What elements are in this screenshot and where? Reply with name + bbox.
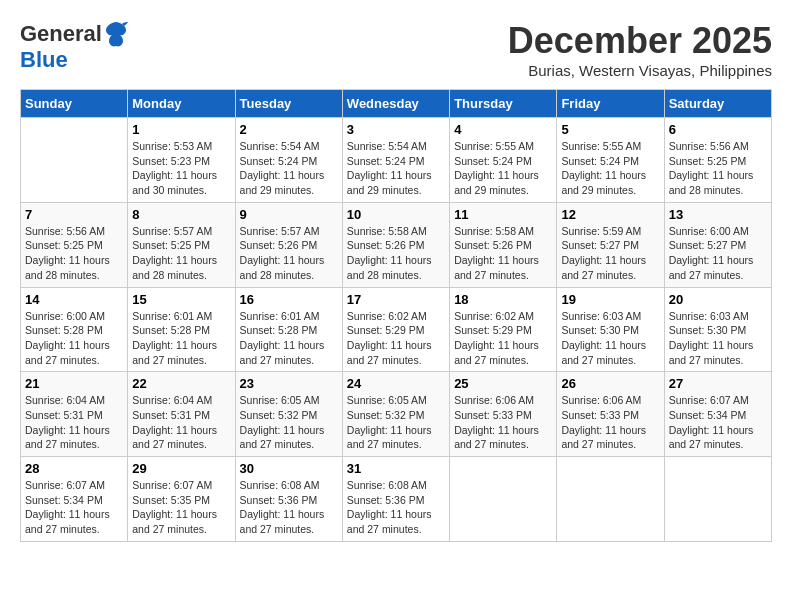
day-number: 17 (347, 292, 445, 307)
calendar-cell: 6Sunrise: 5:56 AM Sunset: 5:25 PM Daylig… (664, 118, 771, 203)
day-header-sunday: Sunday (21, 90, 128, 118)
day-number: 6 (669, 122, 767, 137)
day-header-tuesday: Tuesday (235, 90, 342, 118)
calendar-cell: 17Sunrise: 6:02 AM Sunset: 5:29 PM Dayli… (342, 287, 449, 372)
day-info: Sunrise: 5:59 AM Sunset: 5:27 PM Dayligh… (561, 224, 659, 283)
day-info: Sunrise: 6:01 AM Sunset: 5:28 PM Dayligh… (132, 309, 230, 368)
logo-bird-icon (104, 20, 128, 48)
day-number: 29 (132, 461, 230, 476)
day-number: 1 (132, 122, 230, 137)
month-title: December 2025 (508, 20, 772, 62)
day-number: 27 (669, 376, 767, 391)
calendar-cell: 13Sunrise: 6:00 AM Sunset: 5:27 PM Dayli… (664, 202, 771, 287)
calendar-cell: 10Sunrise: 5:58 AM Sunset: 5:26 PM Dayli… (342, 202, 449, 287)
calendar-cell: 18Sunrise: 6:02 AM Sunset: 5:29 PM Dayli… (450, 287, 557, 372)
day-header-thursday: Thursday (450, 90, 557, 118)
calendar-cell: 22Sunrise: 6:04 AM Sunset: 5:31 PM Dayli… (128, 372, 235, 457)
day-info: Sunrise: 6:07 AM Sunset: 5:34 PM Dayligh… (25, 478, 123, 537)
calendar-table: SundayMondayTuesdayWednesdayThursdayFrid… (20, 89, 772, 542)
day-info: Sunrise: 6:00 AM Sunset: 5:28 PM Dayligh… (25, 309, 123, 368)
day-info: Sunrise: 6:05 AM Sunset: 5:32 PM Dayligh… (240, 393, 338, 452)
day-number: 25 (454, 376, 552, 391)
week-row-1: 1Sunrise: 5:53 AM Sunset: 5:23 PM Daylig… (21, 118, 772, 203)
calendar-cell (664, 457, 771, 542)
day-number: 12 (561, 207, 659, 222)
calendar-cell: 11Sunrise: 5:58 AM Sunset: 5:26 PM Dayli… (450, 202, 557, 287)
day-number: 8 (132, 207, 230, 222)
calendar-cell: 4Sunrise: 5:55 AM Sunset: 5:24 PM Daylig… (450, 118, 557, 203)
day-number: 11 (454, 207, 552, 222)
day-number: 13 (669, 207, 767, 222)
day-info: Sunrise: 6:06 AM Sunset: 5:33 PM Dayligh… (454, 393, 552, 452)
day-info: Sunrise: 5:58 AM Sunset: 5:26 PM Dayligh… (347, 224, 445, 283)
calendar-cell: 1Sunrise: 5:53 AM Sunset: 5:23 PM Daylig… (128, 118, 235, 203)
day-number: 3 (347, 122, 445, 137)
calendar-cell: 12Sunrise: 5:59 AM Sunset: 5:27 PM Dayli… (557, 202, 664, 287)
logo: General Blue (20, 20, 128, 72)
day-header-saturday: Saturday (664, 90, 771, 118)
day-number: 30 (240, 461, 338, 476)
calendar-cell: 2Sunrise: 5:54 AM Sunset: 5:24 PM Daylig… (235, 118, 342, 203)
calendar-cell: 15Sunrise: 6:01 AM Sunset: 5:28 PM Dayli… (128, 287, 235, 372)
calendar-cell: 26Sunrise: 6:06 AM Sunset: 5:33 PM Dayli… (557, 372, 664, 457)
week-row-3: 14Sunrise: 6:00 AM Sunset: 5:28 PM Dayli… (21, 287, 772, 372)
calendar-cell: 3Sunrise: 5:54 AM Sunset: 5:24 PM Daylig… (342, 118, 449, 203)
calendar-cell: 28Sunrise: 6:07 AM Sunset: 5:34 PM Dayli… (21, 457, 128, 542)
day-info: Sunrise: 5:57 AM Sunset: 5:25 PM Dayligh… (132, 224, 230, 283)
day-info: Sunrise: 5:55 AM Sunset: 5:24 PM Dayligh… (454, 139, 552, 198)
calendar-cell: 7Sunrise: 5:56 AM Sunset: 5:25 PM Daylig… (21, 202, 128, 287)
day-info: Sunrise: 5:54 AM Sunset: 5:24 PM Dayligh… (347, 139, 445, 198)
week-row-2: 7Sunrise: 5:56 AM Sunset: 5:25 PM Daylig… (21, 202, 772, 287)
calendar-cell: 8Sunrise: 5:57 AM Sunset: 5:25 PM Daylig… (128, 202, 235, 287)
day-info: Sunrise: 6:03 AM Sunset: 5:30 PM Dayligh… (561, 309, 659, 368)
day-header-wednesday: Wednesday (342, 90, 449, 118)
day-number: 26 (561, 376, 659, 391)
day-header-monday: Monday (128, 90, 235, 118)
day-number: 15 (132, 292, 230, 307)
day-info: Sunrise: 5:57 AM Sunset: 5:26 PM Dayligh… (240, 224, 338, 283)
calendar-cell: 24Sunrise: 6:05 AM Sunset: 5:32 PM Dayli… (342, 372, 449, 457)
day-info: Sunrise: 6:06 AM Sunset: 5:33 PM Dayligh… (561, 393, 659, 452)
day-number: 16 (240, 292, 338, 307)
day-number: 10 (347, 207, 445, 222)
day-info: Sunrise: 6:01 AM Sunset: 5:28 PM Dayligh… (240, 309, 338, 368)
location-subtitle: Burias, Western Visayas, Philippines (508, 62, 772, 79)
day-info: Sunrise: 5:56 AM Sunset: 5:25 PM Dayligh… (25, 224, 123, 283)
calendar-cell: 20Sunrise: 6:03 AM Sunset: 5:30 PM Dayli… (664, 287, 771, 372)
day-info: Sunrise: 5:55 AM Sunset: 5:24 PM Dayligh… (561, 139, 659, 198)
day-info: Sunrise: 5:58 AM Sunset: 5:26 PM Dayligh… (454, 224, 552, 283)
calendar-cell: 23Sunrise: 6:05 AM Sunset: 5:32 PM Dayli… (235, 372, 342, 457)
day-info: Sunrise: 6:02 AM Sunset: 5:29 PM Dayligh… (347, 309, 445, 368)
day-number: 21 (25, 376, 123, 391)
day-info: Sunrise: 6:04 AM Sunset: 5:31 PM Dayligh… (25, 393, 123, 452)
day-info: Sunrise: 5:53 AM Sunset: 5:23 PM Dayligh… (132, 139, 230, 198)
calendar-cell (557, 457, 664, 542)
day-number: 22 (132, 376, 230, 391)
week-row-4: 21Sunrise: 6:04 AM Sunset: 5:31 PM Dayli… (21, 372, 772, 457)
day-info: Sunrise: 5:54 AM Sunset: 5:24 PM Dayligh… (240, 139, 338, 198)
calendar-cell: 14Sunrise: 6:00 AM Sunset: 5:28 PM Dayli… (21, 287, 128, 372)
day-number: 9 (240, 207, 338, 222)
day-number: 4 (454, 122, 552, 137)
calendar-cell: 27Sunrise: 6:07 AM Sunset: 5:34 PM Dayli… (664, 372, 771, 457)
day-number: 24 (347, 376, 445, 391)
calendar-cell: 16Sunrise: 6:01 AM Sunset: 5:28 PM Dayli… (235, 287, 342, 372)
week-row-5: 28Sunrise: 6:07 AM Sunset: 5:34 PM Dayli… (21, 457, 772, 542)
page-header: General Blue December 2025 Burias, Weste… (20, 20, 772, 79)
day-number: 23 (240, 376, 338, 391)
calendar-cell (21, 118, 128, 203)
day-info: Sunrise: 6:00 AM Sunset: 5:27 PM Dayligh… (669, 224, 767, 283)
day-number: 2 (240, 122, 338, 137)
day-number: 14 (25, 292, 123, 307)
calendar-cell: 25Sunrise: 6:06 AM Sunset: 5:33 PM Dayli… (450, 372, 557, 457)
day-header-friday: Friday (557, 90, 664, 118)
calendar-cell: 29Sunrise: 6:07 AM Sunset: 5:35 PM Dayli… (128, 457, 235, 542)
logo-blue: Blue (20, 47, 68, 72)
day-number: 31 (347, 461, 445, 476)
day-info: Sunrise: 6:08 AM Sunset: 5:36 PM Dayligh… (240, 478, 338, 537)
header-row: SundayMondayTuesdayWednesdayThursdayFrid… (21, 90, 772, 118)
logo-general: General (20, 22, 102, 46)
day-info: Sunrise: 6:04 AM Sunset: 5:31 PM Dayligh… (132, 393, 230, 452)
day-info: Sunrise: 6:08 AM Sunset: 5:36 PM Dayligh… (347, 478, 445, 537)
day-info: Sunrise: 6:07 AM Sunset: 5:35 PM Dayligh… (132, 478, 230, 537)
